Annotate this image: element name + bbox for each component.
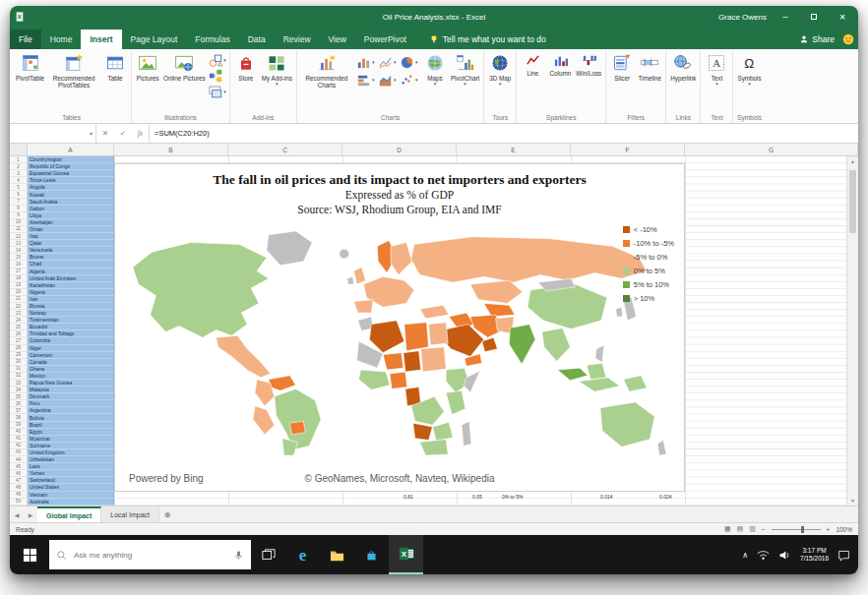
row-number[interactable]: 29 xyxy=(10,352,28,359)
country-cell[interactable]: Libya xyxy=(28,212,114,219)
country-cell[interactable]: Papua New Guinea xyxy=(28,380,114,387)
row-number[interactable]: 10 xyxy=(10,219,28,226)
country-cell[interactable]: Algeria xyxy=(28,268,114,275)
row-number[interactable]: 32 xyxy=(10,373,28,380)
row-number[interactable]: 44 xyxy=(10,456,28,463)
column-header-c[interactable]: C xyxy=(228,144,342,155)
row-number[interactable]: 21 xyxy=(10,296,28,303)
row-number[interactable]: 24 xyxy=(10,317,28,324)
row-number[interactable]: 33 xyxy=(10,380,28,387)
row-number[interactable]: 17 xyxy=(10,268,28,275)
cell-value[interactable]: 0.014 xyxy=(600,494,613,500)
tab-review[interactable]: Review xyxy=(275,30,320,49)
row-number[interactable]: 20 xyxy=(10,289,28,296)
zoom-level[interactable]: 100% xyxy=(836,526,852,533)
row-number[interactable]: 5 xyxy=(10,184,28,191)
country-cell[interactable]: Oman xyxy=(28,226,114,233)
country-cell[interactable]: Republic of Congo xyxy=(28,163,114,170)
sparkline-line-button[interactable]: Line xyxy=(519,51,546,77)
file-explorer-button[interactable] xyxy=(320,535,354,574)
three-d-map-button[interactable]: 3D Map ▾ xyxy=(486,51,514,87)
row-number[interactable]: 40 xyxy=(10,429,28,436)
my-addins-button[interactable]: My Add-ins ▾ xyxy=(260,51,294,87)
excel-taskbar-button[interactable]: X xyxy=(389,535,423,574)
insert-pie-chart-button[interactable]: ▾ xyxy=(400,54,419,70)
scrollbar-thumb[interactable] xyxy=(849,170,856,233)
sheet-nav-left[interactable]: ◀ xyxy=(10,506,24,522)
country-cell[interactable]: Equatorial Guinea xyxy=(28,170,114,177)
map-chart[interactable]: The fall in oil prices and its impact to… xyxy=(114,163,685,492)
country-cell[interactable]: Uzbekistan xyxy=(28,456,114,463)
start-button[interactable] xyxy=(10,535,49,574)
sparkline-winloss-button[interactable]: Win/Loss xyxy=(574,51,603,77)
country-cell[interactable]: Denmark xyxy=(28,393,114,400)
country-cell[interactable]: Timor-Leste xyxy=(28,177,114,184)
cell-value[interactable]: 0% to 5% xyxy=(502,494,523,500)
microphone-icon[interactable] xyxy=(233,550,244,561)
hyperlink-button[interactable]: Hyperlink xyxy=(668,51,698,82)
insert-bar-chart-button[interactable]: ▾ xyxy=(356,72,376,88)
pictures-button[interactable]: Pictures xyxy=(134,51,161,82)
country-cell[interactable]: Egypt xyxy=(28,429,114,436)
cancel-entry-button[interactable]: ✕ xyxy=(102,129,108,138)
select-all-corner[interactable] xyxy=(10,144,28,155)
tab-powerpivot[interactable]: PowerPivot xyxy=(355,30,415,49)
row-number[interactable]: 41 xyxy=(10,436,28,443)
taskbar-clock[interactable]: 3:17 PM 7/15/2016 xyxy=(800,547,829,563)
tab-home[interactable]: Home xyxy=(41,30,82,49)
row-number[interactable]: 30 xyxy=(10,359,28,366)
country-cell[interactable]: Norway xyxy=(28,310,114,317)
country-cell[interactable]: Azerbaijan xyxy=(28,219,114,226)
row-number[interactable]: 19 xyxy=(10,282,28,289)
country-cell[interactable]: Kuwait xyxy=(28,191,114,198)
country-cell[interactable]: Gabon xyxy=(28,206,114,212)
country-cell[interactable]: United Arab Emirates xyxy=(28,275,114,282)
insert-line-chart-button[interactable]: ▾ xyxy=(378,54,398,70)
country-cell[interactable]: Switzerland xyxy=(28,477,114,484)
row-number[interactable]: 14 xyxy=(10,247,28,254)
row-number[interactable]: 23 xyxy=(10,310,28,317)
insert-column-chart-button[interactable]: ▾ xyxy=(356,54,376,70)
country-cell[interactable]: Nigeria xyxy=(28,289,114,296)
store-taskbar-button[interactable] xyxy=(354,535,389,574)
row-number[interactable]: 16 xyxy=(10,261,28,268)
row-number[interactable]: 34 xyxy=(10,387,28,393)
row-number[interactable]: 39 xyxy=(10,422,28,429)
tab-insert[interactable]: Insert xyxy=(81,30,121,49)
symbols-button[interactable]: Ω Symbols ▾ xyxy=(735,51,763,87)
tell-me-box[interactable]: Tell me what you want to do xyxy=(429,30,546,49)
name-box-caret[interactable]: ▾ xyxy=(90,130,93,137)
user-name[interactable]: Grace Owens xyxy=(718,13,767,22)
row-number[interactable]: 27 xyxy=(10,337,28,344)
row-number[interactable]: 18 xyxy=(10,275,28,282)
network-icon[interactable] xyxy=(757,549,770,562)
sheet-tab-global-impact[interactable]: Global Impact xyxy=(37,506,101,522)
sheet-nav-right[interactable]: ▶ xyxy=(24,506,37,522)
table-button[interactable]: Table xyxy=(101,51,129,82)
scroll-down-arrow[interactable]: ▼ xyxy=(847,498,858,504)
country-cell[interactable]: United States xyxy=(28,484,114,491)
timeline-button[interactable]: Timeline xyxy=(636,51,663,82)
row-number[interactable]: 9 xyxy=(10,212,28,219)
row-number[interactable]: 8 xyxy=(10,206,28,212)
cell-value[interactable]: 0.05 xyxy=(472,494,482,500)
row-number[interactable]: 13 xyxy=(10,240,28,247)
country-cell[interactable]: Australia xyxy=(28,499,114,506)
row-number[interactable]: 12 xyxy=(10,233,28,240)
country-cell[interactable]: Malaysia xyxy=(28,387,114,393)
text-button[interactable]: A Text ▾ xyxy=(703,51,730,87)
country-cell[interactable]: Niger xyxy=(28,345,114,352)
country-cell[interactable]: Kazakhstan xyxy=(28,282,114,289)
grid-body[interactable]: 1 Country/region 2 Republic of Congo 3 E… xyxy=(10,156,858,506)
insert-function-button[interactable]: fx xyxy=(138,129,143,138)
volume-icon[interactable] xyxy=(778,549,791,562)
country-cell[interactable]: Iraq xyxy=(28,233,114,240)
store-button[interactable]: Store xyxy=(232,51,260,82)
row-number[interactable]: 43 xyxy=(10,449,28,456)
country-cell[interactable]: Cameroon xyxy=(28,352,114,359)
country-cell[interactable]: Myanmar xyxy=(28,436,114,443)
row-number[interactable]: 49 xyxy=(10,492,28,499)
country-cell[interactable]: Brazil xyxy=(28,422,114,429)
country-cell[interactable]: Trinidad and Tobago xyxy=(28,330,114,337)
row-number[interactable]: 35 xyxy=(10,393,28,400)
